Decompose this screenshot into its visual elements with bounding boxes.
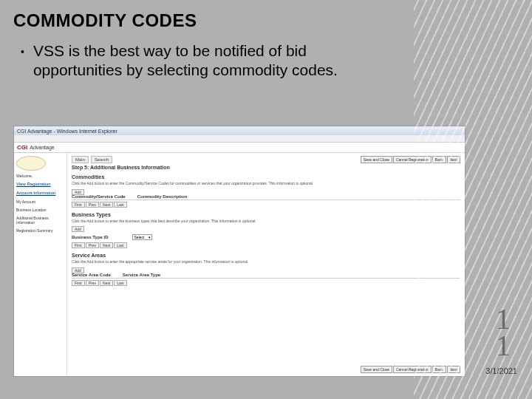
save-close-button[interactable]: Save and Close (361, 156, 392, 163)
service-areas-pager: First Prev Next Last (72, 280, 460, 286)
business-types-first-button[interactable]: First (72, 242, 85, 248)
app-brand-sub: Advantage (30, 145, 54, 150)
back-button[interactable]: Back (432, 156, 446, 163)
back-button-bottom[interactable]: Back (432, 366, 446, 373)
service-areas-desc: Click the Add button to enter the approp… (72, 259, 460, 265)
slide-date: 3/1/2021 (485, 366, 517, 375)
slide: COMMODITY CODES • VSS is the best way to… (0, 0, 532, 399)
browser-menubar (14, 135, 465, 143)
nav-buttons-top: Save and Close Cancel Registration Back … (361, 156, 460, 163)
business-types-desc: Click the Add button to enter the busine… (72, 219, 460, 224)
main-panel: Main Search Step 5: Additional Business … (67, 153, 465, 376)
app-body: Welcome, View Registration Account Infor… (14, 153, 465, 376)
bullet-row: • VSS is the best way to be notified of … (0, 31, 532, 81)
commodities-title: Commodities (72, 174, 460, 180)
sidebar-seal-logo (16, 156, 46, 171)
commodities-next-button[interactable]: Next (100, 202, 113, 208)
app-brand-logo: CGI (17, 144, 27, 151)
app-brand-bar: CGI Advantage (14, 143, 465, 153)
business-type-id-label: Business Type ID (72, 235, 109, 239)
sidebar-section-business-location[interactable]: Business Location (16, 208, 64, 212)
sidebar: Welcome, View Registration Account Infor… (14, 153, 67, 376)
business-types-last-button[interactable]: Last (114, 242, 126, 248)
service-areas-first-button[interactable]: First (72, 280, 85, 286)
commodities-desc: Click the Add button to enter the Commod… (72, 181, 460, 186)
business-types-add-button[interactable]: Add (72, 226, 84, 232)
service-areas-prev-button[interactable]: Prev (86, 280, 99, 286)
commodities-pager: First Prev Next Last (72, 202, 460, 208)
business-types-title: Business Types (72, 212, 460, 217)
cancel-registration-button[interactable]: Cancel Registration (393, 156, 432, 163)
save-close-button-bottom[interactable]: Save and Close (361, 366, 392, 373)
next-button-bottom[interactable]: Next (447, 366, 460, 373)
commodities-first-button[interactable]: First (72, 202, 85, 208)
sidebar-section-additional-info[interactable]: Additional Business Information (16, 216, 64, 225)
business-types-prev-button[interactable]: Prev (86, 242, 99, 248)
service-areas-table-header: Service Area Code Service Area Type (72, 273, 460, 279)
window-title: CGI Advantage - Windows Internet Explore… (17, 129, 117, 134)
service-areas-next-button[interactable]: Next (100, 280, 113, 286)
next-button[interactable]: Next (447, 156, 460, 163)
commodities-col-code: Commodity/Service Code (72, 194, 126, 199)
sidebar-welcome: Welcome, (16, 174, 64, 178)
service-areas-col-type: Service Area Type (123, 273, 160, 277)
business-type-row: Business Type ID Select (72, 234, 460, 241)
sidebar-link-view-registration[interactable]: View Registration (16, 182, 64, 187)
service-areas-last-button[interactable]: Last (114, 280, 126, 286)
business-types-pager: First Prev Next Last (72, 242, 460, 248)
commodities-table-header: Commodity/Service Code Commodity Descrip… (72, 194, 460, 200)
page-number-bottom: 1 (492, 332, 514, 359)
nav-buttons-bottom: Save and Close Cancel Registration Back … (361, 366, 460, 373)
window-titlebar: CGI Advantage - Windows Internet Explore… (14, 126, 465, 135)
commodities-last-button[interactable]: Last (114, 202, 126, 208)
sidebar-section-my-account[interactable]: My Account (16, 200, 64, 204)
tab-search[interactable]: Search (91, 156, 112, 163)
business-type-select[interactable]: Select (132, 234, 153, 240)
slide-title: COMMODITY CODES (0, 0, 532, 31)
commodities-col-desc: Commodity Description (137, 194, 188, 199)
step-heading: Step 5: Additional Business Information (72, 165, 460, 170)
bullet-text: VSS is the best way to be notified of bi… (33, 41, 388, 81)
embedded-screenshot: CGI Advantage - Windows Internet Explore… (13, 126, 466, 377)
sidebar-link-account-info[interactable]: Account Information (16, 191, 64, 196)
bullet-dot: • (21, 46, 24, 58)
business-types-next-button[interactable]: Next (100, 242, 113, 248)
tab-main[interactable]: Main (72, 156, 89, 163)
cancel-registration-button-bottom[interactable]: Cancel Registration (393, 366, 432, 373)
service-areas-title: Service Areas (72, 253, 460, 258)
commodities-prev-button[interactable]: Prev (86, 202, 99, 208)
sidebar-section-registration-summary[interactable]: Registration Summary (16, 228, 64, 233)
page-number: 1 1 (492, 306, 514, 359)
service-areas-col-code: Service Area Code (72, 273, 111, 277)
